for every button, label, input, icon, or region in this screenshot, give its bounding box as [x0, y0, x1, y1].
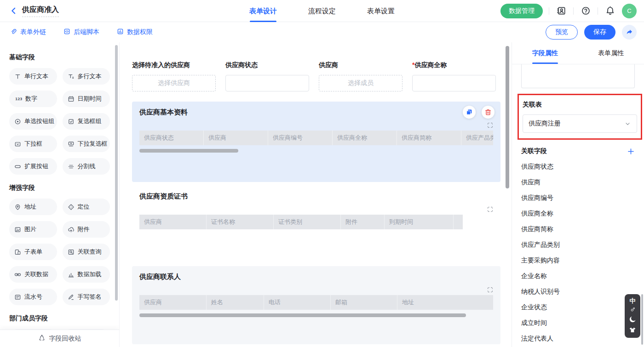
related-field-item[interactable]: 成立时间	[521, 315, 635, 331]
field-item-checkbox-group[interactable]: 复选框组	[63, 113, 110, 130]
field-item-serial-number[interactable]: 流水号	[9, 289, 57, 305]
field-item-number[interactable]: 数字	[9, 91, 57, 107]
column-header[interactable]: 供应商编号	[268, 131, 333, 145]
field-item-signature[interactable]: 手写签名	[63, 289, 110, 305]
field-item-multi-select[interactable]: 下拉复选框	[63, 136, 110, 152]
column-header[interactable]: 供应商简称	[397, 131, 461, 145]
language-toggle[interactable]: 中	[630, 298, 636, 304]
column-header[interactable]: 附件	[341, 215, 385, 229]
notification-bell-icon[interactable]	[604, 5, 616, 17]
field-item-datetime[interactable]: 日期时间	[63, 91, 110, 107]
related-table-select[interactable]: 供应商注册	[523, 114, 637, 133]
copy-button[interactable]	[463, 106, 476, 119]
field-item-lookup[interactable]: 关联查询	[63, 244, 110, 260]
expand-icon[interactable]	[487, 286, 494, 293]
field-item-linked-data[interactable]: 关联数据	[9, 266, 57, 283]
related-field-item[interactable]: 供应商简称	[521, 222, 635, 237]
male-symbol-icon[interactable]	[630, 307, 635, 312]
delete-button[interactable]	[482, 106, 494, 119]
horizontal-scrollbar[interactable]	[139, 149, 238, 153]
column-header[interactable]: 供应商全称	[333, 131, 397, 145]
field-item-data-load[interactable]: 数据加载	[63, 266, 110, 283]
form-designer-app: 供应商准入 表单设计 流程设定 表单设置 数据管理 C 表单外链 后端脚本	[0, 0, 644, 347]
related-field-item[interactable]: 纳税人识别号	[521, 284, 635, 300]
dark-mode-moon-icon[interactable]	[629, 315, 637, 323]
field-item-attachment[interactable]: 附件	[63, 221, 110, 238]
tab-field-properties[interactable]: 字段属性	[512, 42, 578, 64]
column-header[interactable]: 到期时间	[385, 215, 454, 229]
field-item-select[interactable]: 下拉框	[9, 136, 57, 152]
field-label: 复选框组	[78, 117, 102, 125]
field-supplier-full-name[interactable]: *供应商全称	[412, 61, 496, 91]
add-related-field-button[interactable]	[627, 148, 635, 155]
theme-shirt-icon[interactable]	[629, 326, 636, 334]
supplier-full-name-input[interactable]	[412, 75, 496, 91]
related-fields-header: 关联字段	[521, 147, 635, 155]
form-external-link[interactable]: 表单外链	[10, 28, 46, 36]
field-name-input[interactable]	[521, 64, 635, 88]
sidebar-scrollbar[interactable]	[115, 45, 118, 301]
tab-form-design[interactable]: 表单设计	[249, 0, 277, 22]
column-header[interactable]: 供应产品类别	[461, 131, 493, 145]
tab-form-properties[interactable]: 表单属性	[578, 42, 644, 64]
save-button[interactable]: 保存	[584, 25, 615, 40]
related-field-item[interactable]: 主要采购内容	[521, 253, 635, 268]
radio-icon	[14, 118, 21, 125]
field-item-address[interactable]: 地址	[9, 199, 57, 215]
canvas-scrollbar[interactable]	[506, 46, 509, 188]
supplier-status-input[interactable]	[225, 75, 309, 91]
expand-icon[interactable]	[487, 206, 494, 213]
contact-book-icon[interactable]	[555, 5, 567, 17]
related-table-value: 供应商注册	[529, 119, 561, 128]
select-supplier-input[interactable]: 选择供应商	[132, 75, 216, 91]
column-header[interactable]: 供应商状态	[139, 131, 204, 145]
field-item-extend-button[interactable]: 扩展按钮	[9, 158, 57, 175]
field-supplier-status[interactable]: 供应商状态	[225, 61, 309, 91]
horizontal-scrollbar[interactable]	[139, 313, 466, 317]
related-field-item[interactable]: 供应商状态	[521, 159, 635, 175]
column-header[interactable]: 供应商	[204, 131, 268, 145]
data-permission-link[interactable]: 数据权限	[117, 28, 153, 36]
column-header[interactable]: 地址	[397, 295, 493, 310]
column-header[interactable]: 电话	[264, 295, 331, 310]
field-recycle-bin[interactable]: 字段回收站	[0, 330, 119, 347]
related-field-item[interactable]: 供应商编号	[521, 190, 635, 206]
share-button[interactable]	[622, 25, 637, 40]
preview-button[interactable]: 预览	[546, 25, 578, 40]
panel-scrollbar[interactable]	[641, 294, 643, 345]
field-item-radio-group[interactable]: 单选按钮组	[9, 113, 57, 130]
column-header[interactable]: 供应商	[139, 295, 207, 310]
related-field-item[interactable]: 企业状态	[521, 300, 635, 315]
help-icon[interactable]	[580, 5, 592, 17]
avatar[interactable]: C	[622, 4, 637, 18]
field-supplier[interactable]: 供应商 选择成员	[319, 61, 402, 91]
field-item-single-line-text[interactable]: 单行文本	[9, 68, 57, 85]
page-title[interactable]: 供应商准入	[22, 5, 59, 17]
related-field-item[interactable]: 供应产品类别	[521, 237, 635, 253]
column-header[interactable]: 证书名称	[207, 215, 274, 229]
subform-supplier-contacts[interactable]: 供应商联系人 供应商 姓名 电话 邮箱 地址	[132, 266, 500, 344]
field-item-image[interactable]: 图片	[9, 221, 57, 238]
expand-icon[interactable]	[487, 122, 494, 129]
subform-supplier-certificates[interactable]: 供应商资质证书 供应商 证书名称 证书类别 附件 到期时间	[132, 186, 500, 262]
related-field-item[interactable]: 供应商	[521, 175, 635, 190]
related-field-item[interactable]: 供应商全称	[521, 206, 635, 222]
data-manage-button[interactable]: 数据管理	[500, 4, 543, 18]
column-header[interactable]: 证书类别	[274, 215, 341, 229]
backend-script-link[interactable]: 后端脚本	[63, 28, 99, 36]
tab-form-settings[interactable]: 表单设置	[367, 0, 395, 22]
field-item-subform[interactable]: 子表单	[9, 244, 57, 260]
back-button[interactable]	[7, 5, 19, 17]
field-item-location[interactable]: 定位	[63, 199, 110, 215]
tab-flow-settings[interactable]: 流程设定	[308, 0, 336, 22]
select-member-input[interactable]: 选择成员	[319, 75, 402, 91]
column-header[interactable]: 姓名	[207, 295, 264, 310]
field-item-divider[interactable]: 分割线	[63, 158, 110, 175]
related-field-item[interactable]: 法定代表人	[521, 331, 635, 347]
column-header[interactable]: 供应商	[139, 215, 207, 229]
field-select-supplier[interactable]: 选择待准入的供应商 选择供应商	[132, 61, 216, 91]
subform-supplier-basic-info[interactable]: 供应商基本资料 供应商状态 供应商 供应商编号 供应商全称 供应商简称 供应产品…	[132, 102, 500, 182]
column-header[interactable]: 邮箱	[331, 295, 397, 310]
related-field-item[interactable]: 企业名称	[521, 268, 635, 284]
field-item-multi-line-text[interactable]: 多行文本	[63, 68, 110, 85]
